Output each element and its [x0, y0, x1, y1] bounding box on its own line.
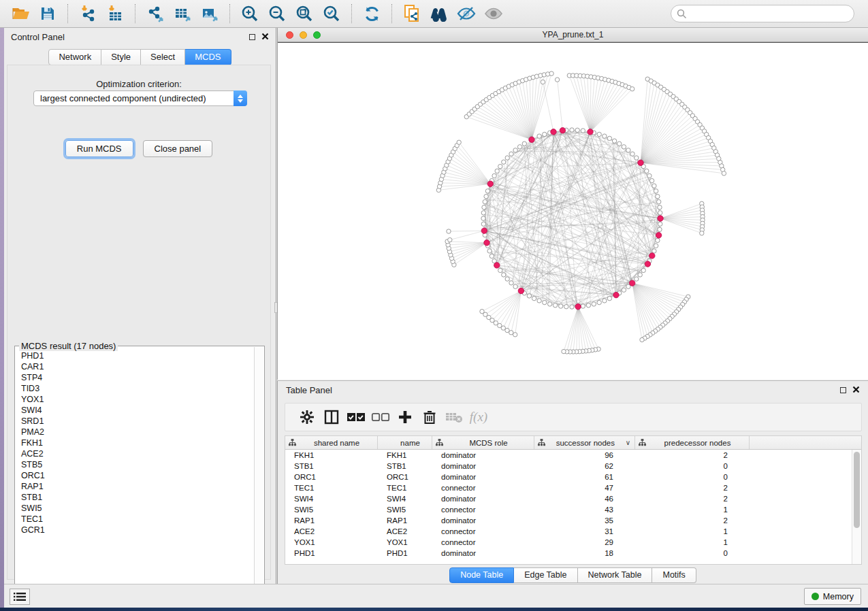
table-cell[interactable]: connector	[432, 484, 534, 492]
graph-node[interactable]	[652, 249, 656, 253]
graph-node[interactable]	[581, 304, 585, 308]
hide-selected-icon[interactable]	[455, 3, 478, 24]
graph-hub-node[interactable]	[494, 263, 500, 268]
memory-button[interactable]: Memory	[804, 588, 861, 605]
tab-edge-table[interactable]: Edge Table	[514, 567, 577, 583]
table-cell[interactable]: STB1	[285, 462, 378, 470]
graph-hub-node[interactable]	[551, 129, 556, 135]
delete-column-icon[interactable]	[417, 407, 442, 427]
float-panel-icon[interactable]	[249, 34, 255, 40]
table-row[interactable]: YOX1YOX1connector291	[285, 537, 852, 548]
mcds-list-scrollbar[interactable]	[254, 347, 263, 597]
graph-hub-node[interactable]	[481, 228, 487, 233]
table-cell[interactable]: YOX1	[285, 538, 378, 546]
mcds-result-item[interactable]: STP4	[16, 372, 254, 383]
graph-node[interactable]	[553, 303, 557, 308]
graph-node[interactable]	[543, 132, 547, 136]
table-cell[interactable]: dominator	[432, 495, 534, 503]
table-cell[interactable]: dominator	[432, 473, 534, 481]
table-cell[interactable]: RAP1	[285, 516, 378, 525]
graph-hub-node[interactable]	[529, 137, 534, 142]
graph-node[interactable]	[657, 199, 661, 203]
zoom-in-icon[interactable]	[238, 3, 261, 24]
graph-node[interactable]	[652, 184, 656, 188]
graph-node[interactable]	[622, 145, 626, 149]
graph-node[interactable]	[564, 305, 568, 309]
table-cell[interactable]: RAP1	[378, 516, 432, 525]
mcds-result-item[interactable]: PHD1	[16, 350, 254, 361]
show-column-icon[interactable]	[319, 407, 344, 427]
table-options-icon[interactable]	[295, 407, 319, 427]
mcds-result-item[interactable]: CAR1	[16, 361, 254, 372]
graph-node[interactable]	[513, 148, 517, 152]
graph-node[interactable]	[581, 129, 585, 133]
table-cell[interactable]: PHD1	[285, 549, 378, 557]
graph-leaf-node[interactable]	[457, 140, 461, 144]
graph-node[interactable]	[570, 128, 574, 132]
graph-node[interactable]	[481, 211, 485, 215]
graph-leaf-node[interactable]	[447, 229, 451, 233]
network-canvas[interactable]	[278, 42, 868, 380]
column-header-predecessor-nodes[interactable]: predecessor nodes	[635, 436, 750, 449]
clone-network-icon[interactable]	[400, 3, 423, 24]
graph-leaf-node[interactable]	[549, 71, 553, 76]
graph-node[interactable]	[658, 227, 662, 231]
table-cell[interactable]: ACE2	[285, 527, 378, 535]
graph-node[interactable]	[630, 152, 634, 156]
graph-node[interactable]	[483, 199, 487, 203]
tab-node-table[interactable]: Node Table	[449, 567, 514, 583]
graph-node[interactable]	[617, 142, 622, 146]
graph-node[interactable]	[537, 299, 541, 303]
table-cell[interactable]: FKH1	[378, 451, 432, 459]
deselect-all-checkboxes-icon[interactable]	[368, 407, 393, 427]
table-cell[interactable]: 43	[534, 506, 635, 514]
zoom-selected-icon[interactable]	[320, 3, 343, 24]
table-scrollbar-thumb[interactable]	[854, 452, 860, 528]
graph-node[interactable]	[484, 195, 488, 199]
table-cell[interactable]: TEC1	[378, 484, 432, 492]
graph-leaf-node[interactable]	[700, 231, 704, 235]
task-history-button[interactable]	[10, 589, 30, 605]
mcds-result-item[interactable]: TEC1	[16, 514, 254, 525]
table-cell[interactable]: connector	[432, 506, 534, 514]
graph-node[interactable]	[482, 205, 486, 210]
mcds-result-item[interactable]: ACE2	[16, 448, 254, 459]
graph-node[interactable]	[537, 134, 541, 138]
graph-hub-node[interactable]	[613, 292, 619, 297]
export-image-icon[interactable]	[198, 3, 221, 24]
network-titlebar[interactable]: YPA_prune.txt_1	[278, 28, 868, 42]
tab-network[interactable]: Network	[48, 49, 101, 65]
graph-node[interactable]	[597, 300, 601, 304]
table-cell[interactable]: 29	[534, 538, 635, 546]
graph-hub-node[interactable]	[560, 128, 565, 133]
graph-node[interactable]	[658, 205, 662, 210]
open-file-icon[interactable]	[9, 3, 32, 24]
zoom-fit-icon[interactable]	[293, 3, 316, 24]
graph-node[interactable]	[656, 238, 660, 242]
graph-node[interactable]	[607, 296, 611, 300]
table-cell[interactable]: 62	[534, 462, 635, 470]
delete-table-icon[interactable]	[442, 407, 466, 427]
tab-style[interactable]: Style	[101, 49, 141, 65]
graph-hub-node[interactable]	[656, 233, 661, 238]
tab-network-table[interactable]: Network Table	[578, 567, 653, 583]
apply-layout-icon[interactable]	[360, 3, 383, 24]
graph-leaf-node[interactable]	[541, 80, 545, 84]
mcds-result-item[interactable]: PMA2	[16, 427, 254, 437]
graph-node[interactable]	[502, 273, 506, 277]
mcds-result-item[interactable]: SWI5	[16, 503, 254, 514]
graph-node[interactable]	[485, 189, 489, 193]
tab-motifs[interactable]: Motifs	[652, 567, 696, 583]
graph-node[interactable]	[487, 249, 492, 253]
table-cell[interactable]: 47	[534, 484, 635, 492]
float-table-panel-icon[interactable]	[840, 387, 846, 393]
close-panel-icon[interactable]	[261, 31, 269, 43]
table-cell[interactable]: ORC1	[378, 473, 432, 481]
table-row[interactable]: FKH1FKH1dominator962	[285, 450, 852, 461]
table-cell[interactable]: PHD1	[378, 549, 432, 557]
graph-node[interactable]	[654, 189, 658, 193]
graph-hub-node[interactable]	[649, 253, 655, 259]
graph-node[interactable]	[649, 178, 654, 182]
add-column-icon[interactable]	[393, 407, 417, 427]
table-row[interactable]: TEC1TEC1connector472	[285, 482, 852, 493]
